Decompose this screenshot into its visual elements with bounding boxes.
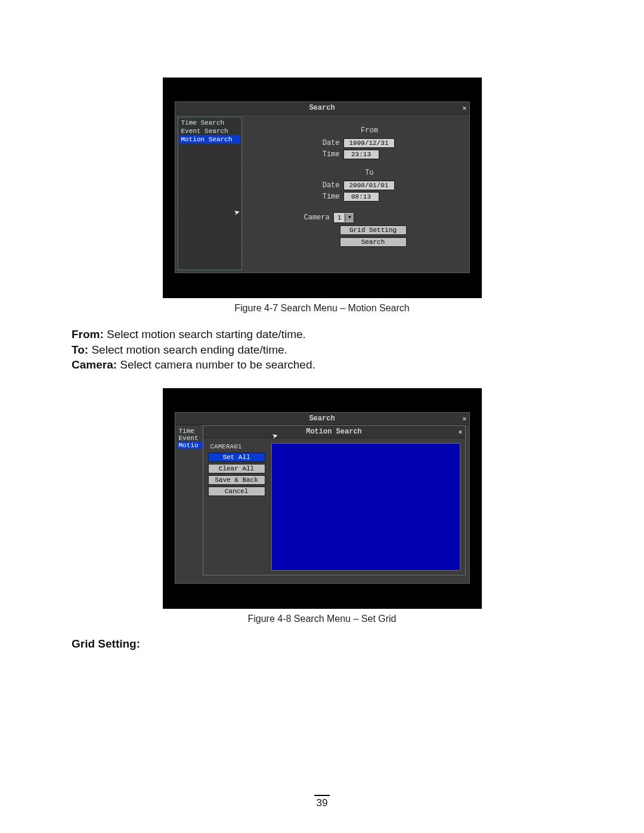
from-time-label: Time xyxy=(310,150,340,159)
close-icon[interactable]: ✕ xyxy=(462,413,466,425)
figure-1-caption: Figure 4-7 Search Menu – Motion Search xyxy=(72,303,572,314)
grid-controls: CAMERA01 Set All Clear All Save & Back C… xyxy=(208,443,265,571)
sidebar-item-event[interactable]: Event xyxy=(178,435,206,442)
cursor-icon: ➤ xyxy=(233,206,241,219)
from-date-field[interactable]: 1999/12/31 xyxy=(343,138,395,148)
page-footer: 39 xyxy=(0,795,644,809)
page-number: 39 xyxy=(317,797,328,809)
set-all-button[interactable]: Set All xyxy=(208,453,265,462)
to-time-label: Time xyxy=(310,193,340,201)
figure-1-screenshot: Search ✕ Time Search Event Search Motion… xyxy=(163,78,482,298)
search-button[interactable]: Search xyxy=(340,237,407,247)
camera-name-label: CAMERA01 xyxy=(210,443,265,450)
sidebar-item-event-search[interactable]: Event Search xyxy=(179,127,240,135)
from-desc: Select motion search starting date/time. xyxy=(104,328,306,340)
grid-setting-heading: Grid Setting: xyxy=(72,637,572,651)
close-icon[interactable]: ✕ xyxy=(458,426,462,438)
search-side-menu-clipped: Time Event Motio xyxy=(178,428,206,449)
camera-label: Camera xyxy=(304,213,330,222)
figure-2-screenshot: Search ✕ Time Event Motio Motion Search … xyxy=(163,388,482,609)
chevron-down-icon: ▼ xyxy=(345,213,354,222)
camera-desc: Select camera number to be searched. xyxy=(117,358,315,371)
search-window: Search ✕ Time Search Event Search Motion… xyxy=(175,101,470,273)
camera-select[interactable]: 1 ▼ xyxy=(333,212,355,223)
from-date-label: Date xyxy=(310,139,340,147)
page-number-rule xyxy=(314,795,330,796)
motion-search-modal: Motion Search ✕ CAMERA01 Set All Clear A… xyxy=(203,425,466,575)
cancel-button[interactable]: Cancel xyxy=(208,487,265,496)
to-date-label: Date xyxy=(310,181,340,190)
to-term: To: xyxy=(72,343,88,356)
from-time-field[interactable]: 23:13 xyxy=(343,150,379,159)
window-title-2: Search xyxy=(309,414,335,423)
close-icon[interactable]: ✕ xyxy=(462,103,466,114)
sidebar-item-time[interactable]: Time xyxy=(178,428,206,435)
window-titlebar-2: Search ✕ xyxy=(175,413,469,425)
to-date-field[interactable]: 2008/01/01 xyxy=(343,181,395,190)
modal-title: Motion Search xyxy=(306,428,362,436)
search-side-menu: Time Search Event Search Motion Search ➤ xyxy=(178,117,242,270)
motion-search-form: From Date 1999/12/31 Time 23:13 To Date … xyxy=(244,114,469,272)
search-window-2: Search ✕ Time Event Motio Motion Search … xyxy=(175,412,470,584)
sidebar-item-motion[interactable]: Motio xyxy=(178,442,206,449)
window-titlebar: Search ✕ xyxy=(175,102,469,114)
sidebar-item-motion-search[interactable]: Motion Search xyxy=(179,135,240,144)
to-desc: Select motion search ending date/time. xyxy=(88,343,287,356)
to-time-field[interactable]: 08:13 xyxy=(343,192,379,202)
document-page: Search ✕ Time Search Event Search Motion… xyxy=(0,0,644,833)
from-section-label: From xyxy=(334,126,405,135)
modal-titlebar: Motion Search ✕ xyxy=(203,426,465,438)
camera-value: 1 xyxy=(334,214,345,221)
window-title: Search xyxy=(309,104,335,112)
sidebar-item-time-search[interactable]: Time Search xyxy=(179,119,240,127)
clear-all-button[interactable]: Clear All xyxy=(208,464,265,473)
from-term: From: xyxy=(72,328,104,340)
save-back-button[interactable]: Save & Back xyxy=(208,475,265,485)
field-explanations: From: Select motion search starting date… xyxy=(72,327,572,373)
grid-setting-button[interactable]: Grid Setting xyxy=(340,225,407,235)
figure-2-caption: Figure 4-8 Search Menu – Set Grid xyxy=(72,614,572,624)
camera-term: Camera: xyxy=(72,358,117,371)
motion-grid-area[interactable] xyxy=(271,443,460,571)
to-section-label: To xyxy=(334,169,405,177)
